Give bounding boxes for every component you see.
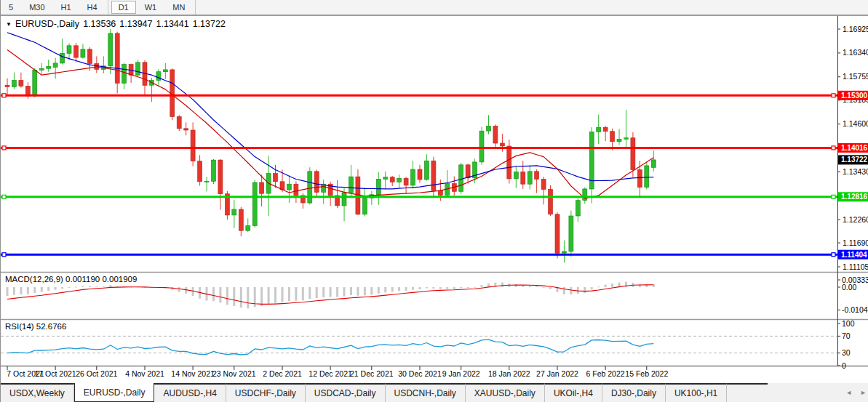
timeframe-toolbar: 5M30H1H4D1W1MN <box>1 0 868 16</box>
candle-body <box>535 172 539 180</box>
candle-body <box>232 209 236 215</box>
timeframe-button-h1[interactable]: H1 <box>54 1 79 14</box>
candle-body <box>404 178 408 185</box>
hline-handle[interactable] <box>2 146 6 150</box>
hline-handle[interactable] <box>2 253 6 257</box>
chart-canvas[interactable]: 1.169251.163401.157551.151851.146001.134… <box>1 16 868 383</box>
toolbar-separator <box>108 0 108 15</box>
svg-text:1.15300: 1.15300 <box>841 92 868 100</box>
candle-body <box>562 252 566 253</box>
candle-body <box>376 180 381 195</box>
svg-text:1.13722: 1.13722 <box>841 156 868 164</box>
tab-scroll-right-icon[interactable]: ► <box>860 389 867 396</box>
tab-usdcad-daily[interactable]: USDCAD-,Daily <box>306 383 386 402</box>
tab-audusd-h4[interactable]: AUDUSD-,H4 <box>154 383 226 402</box>
svg-text:0: 0 <box>842 361 846 370</box>
timeframe-button-5[interactable]: 5 <box>1 1 20 14</box>
svg-text:1.14016: 1.14016 <box>841 144 868 152</box>
hline-handle[interactable] <box>832 253 835 257</box>
tab-ukoil-h4[interactable]: UKOil-,H4 <box>545 383 602 402</box>
hline-handle[interactable] <box>832 146 835 150</box>
date-label: 18 Jan 2022 <box>488 369 530 378</box>
price-axis-label: 1.16340 <box>843 48 868 57</box>
price-axis-label: 1.11105 <box>843 262 868 271</box>
svg-text:100: 100 <box>842 319 855 328</box>
tab-usdchf-daily[interactable]: USDCHF-,Daily <box>226 383 306 402</box>
candle-body <box>260 182 264 193</box>
ohlc-low: 1.13441 <box>156 19 189 29</box>
timeframe-button-d1[interactable]: D1 <box>111 1 136 14</box>
candle-body <box>651 160 656 167</box>
tab-scroll-left-icon[interactable]: ◄ <box>845 389 852 396</box>
candle-body <box>218 160 223 194</box>
date-label: 6 Feb 2022 <box>586 369 625 378</box>
rsi-indicator-label: RSI(14) 52.6766 <box>5 322 66 331</box>
ohlc-open: 1.13536 <box>83 19 116 29</box>
hline-handle[interactable] <box>2 94 6 97</box>
date-label: 21 Dec 2021 <box>350 369 394 378</box>
candle-body <box>115 33 119 84</box>
dropdown-triangle-icon[interactable]: ▼ <box>6 21 12 28</box>
hline-handle[interactable] <box>832 195 835 198</box>
svg-text:70: 70 <box>842 331 851 340</box>
svg-text:30: 30 <box>842 348 851 357</box>
candle-body <box>411 169 415 185</box>
candle-body <box>87 49 92 64</box>
date-label: 2 Dec 2021 <box>263 369 302 378</box>
candle-body <box>204 181 209 182</box>
candle-body <box>349 177 354 193</box>
timeframe-button-mn[interactable]: MN <box>165 1 192 14</box>
date-label: 4 Nov 2021 <box>125 369 164 378</box>
date-label: 14 Nov 2021 <box>171 369 215 378</box>
date-label: 26 Oct 2021 <box>76 369 117 378</box>
candle-body <box>418 169 422 180</box>
candle-body <box>53 63 57 68</box>
candle-body <box>122 65 127 84</box>
candle-body <box>246 226 250 231</box>
price-axis-label: 1.15755 <box>843 72 868 81</box>
candle-body <box>108 33 113 66</box>
timeframe-button-m30[interactable]: M30 <box>22 1 52 14</box>
candle-body <box>383 177 388 180</box>
tab-usdcnh-daily[interactable]: USDCNH-,Daily <box>386 383 466 402</box>
candle-body <box>555 214 560 253</box>
candle-body <box>617 139 621 141</box>
price-axis-label: 1.16925 <box>843 25 868 33</box>
date-label: 30 Dec 2021 <box>398 369 442 378</box>
candle-body <box>624 138 629 140</box>
candle-body <box>212 160 216 181</box>
candle-body <box>431 161 436 190</box>
timeframe-button-h4[interactable]: H4 <box>80 1 105 14</box>
candle-body <box>74 46 79 57</box>
hline-handle[interactable] <box>832 94 835 97</box>
candle-body <box>252 182 257 226</box>
candle-body <box>356 177 360 214</box>
candle-body <box>287 184 291 190</box>
tab-strip-filler <box>727 383 768 402</box>
ohlc-close: 1.13722 <box>193 19 226 29</box>
tab-dj30-daily[interactable]: DJ30-,Daily <box>602 383 666 402</box>
candle-body <box>514 172 518 179</box>
candle-body <box>487 126 491 131</box>
candle-body <box>438 190 442 195</box>
hline-handle[interactable] <box>2 195 6 198</box>
candle-body <box>198 161 202 182</box>
candle-body <box>424 161 429 180</box>
tab-uk100-h1[interactable]: UK100-,H1 <box>666 383 727 402</box>
tab-usdx-weekly[interactable]: USDX,Weekly <box>1 383 74 402</box>
candle-body <box>308 172 312 203</box>
tab-eurusd-daily[interactable]: EURUSD-,Daily <box>74 383 155 402</box>
candle-body <box>39 68 44 70</box>
timeframe-button-w1[interactable]: W1 <box>138 1 164 14</box>
svg-text:-0.010439: -0.010439 <box>842 305 868 314</box>
chart-symbol-label: EURUSD-,Daily <box>15 19 79 29</box>
tab-xauusd-daily[interactable]: XAUUSD-,Daily <box>466 383 545 402</box>
svg-text:1.11404: 1.11404 <box>841 251 867 259</box>
candle-body <box>60 53 65 63</box>
date-label: 9 Jan 2022 <box>442 369 480 378</box>
candle-body <box>239 209 243 230</box>
candle-body <box>500 143 504 146</box>
price-axis-label: 1.14600 <box>843 119 868 128</box>
candle-body <box>81 49 85 57</box>
candle-body <box>459 165 463 191</box>
